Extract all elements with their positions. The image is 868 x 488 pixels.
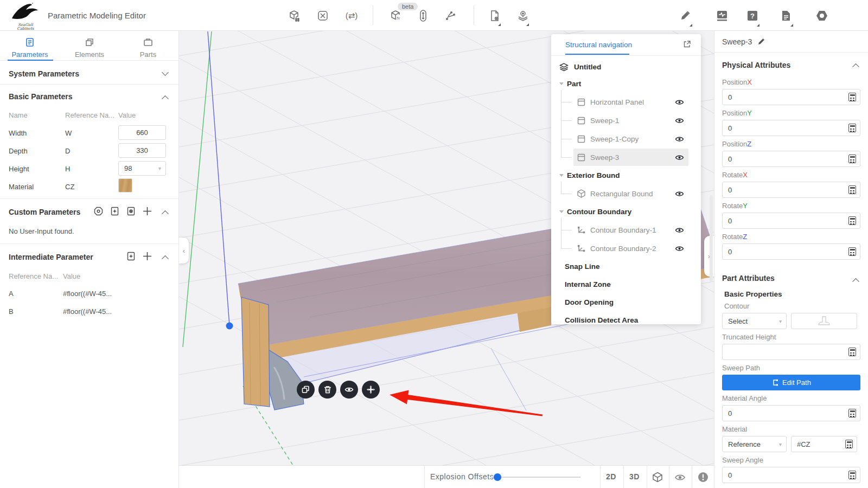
rename-pencil-icon[interactable] xyxy=(757,37,765,46)
rotate-x-input[interactable]: 0 xyxy=(722,182,860,198)
swap-arrows-icon[interactable]: (⇄) xyxy=(344,9,359,23)
explosion-offsets-label: Explosion Offsets xyxy=(430,472,494,481)
custom-parameters-header[interactable]: Custom Parameters xyxy=(9,207,80,217)
system-parameters-header[interactable]: System Parameters xyxy=(9,69,79,79)
contour-select[interactable]: Select ▾ xyxy=(722,313,787,329)
calculator-icon[interactable] xyxy=(848,348,856,356)
view-2d-button[interactable]: 2D xyxy=(606,472,616,481)
view-config-icon[interactable] xyxy=(93,206,104,216)
contour-preview-box[interactable] xyxy=(791,313,857,329)
eye-icon[interactable] xyxy=(675,153,685,161)
tab-parameters[interactable]: Parameters xyxy=(3,36,57,59)
visibility-toggle-button[interactable] xyxy=(674,473,686,484)
calculator-icon[interactable] xyxy=(848,185,856,194)
calculator-icon[interactable] xyxy=(848,247,856,256)
intermediate-parameter-header[interactable]: Intermediate Parameter xyxy=(9,252,93,262)
position-x-input[interactable]: 0 xyxy=(722,89,860,105)
document-icon[interactable] xyxy=(779,9,793,23)
visibility-button[interactable] xyxy=(340,381,358,399)
cube-components-icon[interactable] xyxy=(288,9,302,23)
nav-title-tab[interactable]: Structural navigation xyxy=(565,41,632,49)
eye-icon[interactable] xyxy=(675,117,685,124)
explosion-slider-thumb[interactable] xyxy=(494,473,501,481)
material-reference-input[interactable]: #CZ xyxy=(791,436,857,452)
add-parameter-icon[interactable] xyxy=(142,206,152,216)
calculator-icon[interactable] xyxy=(848,216,856,225)
calculator-icon[interactable] xyxy=(848,471,856,479)
rotate-z-input[interactable]: 0 xyxy=(722,243,860,260)
height-value-select[interactable]: 98 ▾ xyxy=(118,161,166,176)
intermediate-value[interactable]: #floor((#W-45... xyxy=(63,290,112,298)
nav-group-door-opening[interactable]: Door Opening xyxy=(551,293,701,311)
eye-icon[interactable] xyxy=(675,245,685,252)
eye-icon[interactable] xyxy=(675,190,685,197)
isometric-cube-button[interactable] xyxy=(652,472,663,485)
chevron-up-icon[interactable] xyxy=(162,95,169,102)
branch-nodes-icon[interactable] xyxy=(443,9,457,23)
document-gear-icon[interactable] xyxy=(488,9,502,23)
chevron-up-icon[interactable] xyxy=(852,63,859,70)
truncated-height-input[interactable] xyxy=(722,344,860,360)
column-header-reference: Reference Na... xyxy=(65,111,114,119)
crossed-box-icon[interactable] xyxy=(316,9,330,23)
collapse-triangle-icon xyxy=(559,82,564,85)
svg-text:?: ? xyxy=(750,12,755,20)
nav-group-contour-boundary[interactable]: Contour Boundary xyxy=(551,203,701,220)
calculator-icon[interactable] xyxy=(845,440,853,448)
nav-group-snap-line[interactable]: Snap Line xyxy=(551,258,701,275)
calculator-icon[interactable] xyxy=(848,93,856,101)
collapse-left-panel-handle[interactable]: ‹ xyxy=(179,237,189,264)
material-swatch[interactable] xyxy=(118,178,132,192)
chevron-down-icon[interactable] xyxy=(162,69,169,76)
position-y-input[interactable]: 0 xyxy=(722,120,860,136)
popout-icon[interactable] xyxy=(683,40,691,50)
tab-elements[interactable]: Elements xyxy=(62,36,117,59)
rotate-y-input[interactable]: 0 xyxy=(722,213,860,229)
eye-icon[interactable] xyxy=(675,98,685,106)
calculator-icon[interactable] xyxy=(848,409,856,418)
chevron-up-icon[interactable] xyxy=(852,278,859,285)
sweep-angle-input[interactable]: 0 xyxy=(722,467,860,483)
explosion-slider-track[interactable] xyxy=(491,477,580,478)
import-starred-icon[interactable] xyxy=(125,251,136,261)
3d-viewport[interactable]: ‹ › Structural navigation Untitled Part xyxy=(179,31,714,488)
depth-value-input[interactable] xyxy=(118,143,166,158)
nav-group-exterior-bound[interactable]: Exterior Bound xyxy=(551,166,701,184)
activity-monitor-icon[interactable] xyxy=(715,9,729,23)
field-label: PositionX xyxy=(722,78,860,87)
chevron-up-icon[interactable] xyxy=(162,255,169,262)
chevron-up-icon[interactable] xyxy=(162,210,169,217)
view-3d-button[interactable]: 3D xyxy=(629,472,640,481)
delete-button[interactable] xyxy=(318,381,336,399)
export-doc-icon[interactable] xyxy=(125,206,136,216)
material-mode-select[interactable]: Reference ▾ xyxy=(722,436,787,452)
settings-nut-icon[interactable] xyxy=(815,9,829,23)
tab-parts[interactable]: Parts xyxy=(121,36,175,59)
layers-pin-icon[interactable] xyxy=(516,9,530,23)
move-button[interactable] xyxy=(362,381,380,399)
basic-parameters-header[interactable]: Basic Parameters xyxy=(9,92,73,101)
eye-icon[interactable] xyxy=(675,135,685,143)
intermediate-value[interactable]: #floor((#W-45... xyxy=(63,307,112,316)
cube-fx-icon[interactable]: fx xyxy=(389,9,403,23)
material-angle-input[interactable]: 0 xyxy=(722,405,860,421)
add-parameter-icon[interactable] xyxy=(142,251,152,261)
nav-title-underline xyxy=(565,54,629,55)
nav-group-part[interactable]: Part xyxy=(551,75,701,92)
help-icon[interactable]: ? xyxy=(745,9,760,23)
nav-group-collision-detect-area[interactable]: Collision Detect Area xyxy=(551,311,701,324)
width-value-input[interactable] xyxy=(118,125,166,140)
calculator-icon[interactable] xyxy=(848,124,856,132)
nav-item-untitled[interactable]: Untitled xyxy=(551,58,701,75)
nav-group-internal-zone[interactable]: Internal Zone xyxy=(551,275,701,293)
warning-button[interactable] xyxy=(698,472,709,485)
edit-path-button[interactable]: Edit Path xyxy=(722,375,860,390)
duplicate-button[interactable] xyxy=(297,381,315,399)
calculator-icon[interactable] xyxy=(848,155,856,163)
import-starred-icon[interactable] xyxy=(109,206,120,216)
intermediate-ref: A xyxy=(9,290,14,298)
position-z-input[interactable]: 0 xyxy=(722,151,860,167)
edit-pencil-icon[interactable] xyxy=(678,9,692,23)
vertical-axis-icon[interactable] xyxy=(416,9,430,23)
eye-icon[interactable] xyxy=(675,226,685,234)
